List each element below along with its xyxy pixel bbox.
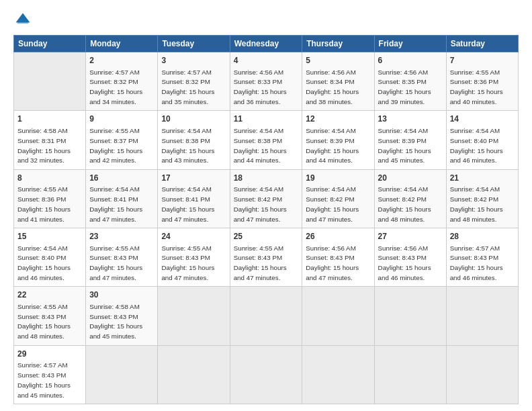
day-daylight: Daylight: 15 hours and 46 minutes. <box>450 264 503 281</box>
day-daylight: Daylight: 15 hours and 48 minutes. <box>378 205 431 223</box>
day-number: 16 <box>89 173 154 184</box>
day-sunset: Sunset: 8:40 PM <box>17 254 66 261</box>
day-daylight: Daylight: 15 hours and 32 minutes. <box>17 147 71 165</box>
day-sunrise: Sunrise: 4:57 AM <box>17 361 68 369</box>
day-sunrise: Sunrise: 4:55 AM <box>17 185 68 193</box>
day-daylight: Daylight: 15 hours and 47 minutes. <box>306 264 359 281</box>
calendar-cell-day-28: 28Sunrise: 4:57 AMSunset: 8:43 PMDayligh… <box>446 228 518 286</box>
logo <box>13 11 35 30</box>
day-sunset: Sunset: 8:39 PM <box>378 137 427 144</box>
calendar-cell-empty <box>302 287 374 345</box>
calendar-cell-empty <box>230 287 302 345</box>
day-daylight: Daylight: 15 hours and 40 minutes. <box>450 88 503 105</box>
calendar-cell-day-17: 17Sunrise: 4:54 AMSunset: 8:41 PMDayligh… <box>158 169 230 228</box>
day-sunset: Sunset: 8:42 PM <box>450 195 498 203</box>
day-number: 17 <box>161 173 226 184</box>
day-daylight: Daylight: 15 hours and 45 minutes. <box>378 147 431 165</box>
logo-icon <box>13 11 32 30</box>
calendar-cell-day-14: 14Sunrise: 4:54 AMSunset: 8:40 PMDayligh… <box>446 111 518 169</box>
day-sunrise: Sunrise: 4:54 AM <box>234 185 284 193</box>
day-sunrise: Sunrise: 4:54 AM <box>89 185 140 193</box>
day-sunrise: Sunrise: 4:56 AM <box>234 68 284 76</box>
calendar-cell-day-4: 4Sunrise: 4:56 AMSunset: 8:33 PMDaylight… <box>230 52 302 111</box>
day-daylight: Daylight: 15 hours and 47 minutes. <box>234 205 287 223</box>
calendar-week-row-4: 22Sunrise: 4:55 AMSunset: 8:43 PMDayligh… <box>14 287 519 345</box>
day-sunset: Sunset: 8:41 PM <box>89 195 138 203</box>
day-daylight: Daylight: 15 hours and 47 minutes. <box>306 205 359 223</box>
calendar-cell-day-10: 10Sunrise: 4:54 AMSunset: 8:38 PMDayligh… <box>158 111 230 169</box>
day-number: 21 <box>450 173 515 184</box>
day-sunrise: Sunrise: 4:54 AM <box>306 127 356 134</box>
day-number: 15 <box>17 231 82 242</box>
day-number: 4 <box>234 55 299 66</box>
day-sunrise: Sunrise: 4:54 AM <box>450 127 500 134</box>
day-sunset: Sunset: 8:38 PM <box>161 137 210 144</box>
calendar-cell-day-16: 16Sunrise: 4:54 AMSunset: 8:41 PMDayligh… <box>86 169 158 228</box>
day-sunset: Sunset: 8:33 PM <box>234 78 282 85</box>
day-daylight: Daylight: 15 hours and 35 minutes. <box>161 88 214 105</box>
day-sunrise: Sunrise: 4:56 AM <box>306 68 356 76</box>
day-sunrise: Sunrise: 4:55 AM <box>17 303 68 310</box>
day-number: 28 <box>450 231 515 242</box>
day-sunset: Sunset: 8:42 PM <box>378 195 427 203</box>
calendar-cell-empty <box>446 287 518 345</box>
day-sunset: Sunset: 8:40 PM <box>450 137 498 144</box>
calendar-week-row-1: 1Sunrise: 4:58 AMSunset: 8:31 PMDaylight… <box>14 111 519 169</box>
day-sunset: Sunset: 8:43 PM <box>89 313 138 320</box>
day-number: 5 <box>306 55 370 66</box>
day-daylight: Daylight: 15 hours and 47 minutes. <box>89 205 142 223</box>
day-number: 25 <box>234 231 299 242</box>
calendar-cell-day-19: 19Sunrise: 4:54 AMSunset: 8:42 PMDayligh… <box>302 169 374 228</box>
day-number: 26 <box>306 231 370 242</box>
day-sunset: Sunset: 8:43 PM <box>17 313 66 320</box>
day-sunset: Sunset: 8:32 PM <box>161 78 210 85</box>
day-daylight: Daylight: 15 hours and 47 minutes. <box>89 264 142 281</box>
day-sunrise: Sunrise: 4:55 AM <box>89 127 140 134</box>
day-sunrise: Sunrise: 4:55 AM <box>234 244 284 252</box>
day-number: 6 <box>378 55 443 66</box>
day-sunset: Sunset: 8:36 PM <box>17 195 66 203</box>
calendar-cell-day-18: 18Sunrise: 4:54 AMSunset: 8:42 PMDayligh… <box>230 169 302 228</box>
day-sunset: Sunset: 8:41 PM <box>161 195 210 203</box>
calendar-week-row-5: 29Sunrise: 4:57 AMSunset: 8:43 PMDayligh… <box>14 345 519 404</box>
calendar-header-sunday: Sunday <box>14 36 86 52</box>
calendar-header-friday: Friday <box>374 36 446 52</box>
day-sunset: Sunset: 8:42 PM <box>234 195 282 203</box>
day-number: 24 <box>161 231 226 242</box>
day-sunrise: Sunrise: 4:54 AM <box>234 127 284 134</box>
day-daylight: Daylight: 15 hours and 46 minutes. <box>378 264 431 281</box>
day-daylight: Daylight: 15 hours and 43 minutes. <box>161 147 214 165</box>
day-daylight: Daylight: 15 hours and 41 minutes. <box>17 205 71 223</box>
calendar-cell-empty <box>230 345 302 404</box>
calendar-cell-empty <box>86 345 158 404</box>
day-sunset: Sunset: 8:31 PM <box>17 137 66 144</box>
calendar-cell-day-1: 1Sunrise: 4:58 AMSunset: 8:31 PMDaylight… <box>14 111 86 169</box>
calendar-week-row-0: 2Sunrise: 4:57 AMSunset: 8:32 PMDaylight… <box>14 52 519 111</box>
day-sunset: Sunset: 8:43 PM <box>17 371 66 379</box>
day-sunrise: Sunrise: 4:55 AM <box>450 68 500 76</box>
header <box>13 11 519 30</box>
day-number: 3 <box>161 55 226 66</box>
calendar-cell-empty <box>374 345 446 404</box>
day-sunset: Sunset: 8:43 PM <box>306 254 354 261</box>
day-sunrise: Sunrise: 4:57 AM <box>450 244 500 252</box>
calendar-cell-day-30: 30Sunrise: 4:58 AMSunset: 8:43 PMDayligh… <box>86 287 158 345</box>
calendar-cell-empty <box>14 52 86 111</box>
day-daylight: Daylight: 15 hours and 47 minutes. <box>234 264 287 281</box>
day-sunset: Sunset: 8:35 PM <box>378 78 427 85</box>
calendar-cell-day-23: 23Sunrise: 4:55 AMSunset: 8:43 PMDayligh… <box>86 228 158 286</box>
day-number: 12 <box>306 113 370 125</box>
day-number: 1 <box>17 113 82 125</box>
calendar-cell-day-25: 25Sunrise: 4:55 AMSunset: 8:43 PMDayligh… <box>230 228 302 286</box>
day-sunset: Sunset: 8:36 PM <box>450 78 498 85</box>
day-sunrise: Sunrise: 4:54 AM <box>161 127 212 134</box>
day-sunrise: Sunrise: 4:57 AM <box>161 68 212 76</box>
day-number: 8 <box>17 173 82 184</box>
day-daylight: Daylight: 15 hours and 46 minutes. <box>450 147 503 165</box>
day-sunrise: Sunrise: 4:57 AM <box>89 68 140 76</box>
calendar-cell-empty <box>446 345 518 404</box>
calendar-cell-day-21: 21Sunrise: 4:54 AMSunset: 8:42 PMDayligh… <box>446 169 518 228</box>
calendar-cell-day-2: 2Sunrise: 4:57 AMSunset: 8:32 PMDaylight… <box>86 52 158 111</box>
day-sunset: Sunset: 8:32 PM <box>89 78 138 85</box>
day-sunrise: Sunrise: 4:58 AM <box>17 127 68 134</box>
